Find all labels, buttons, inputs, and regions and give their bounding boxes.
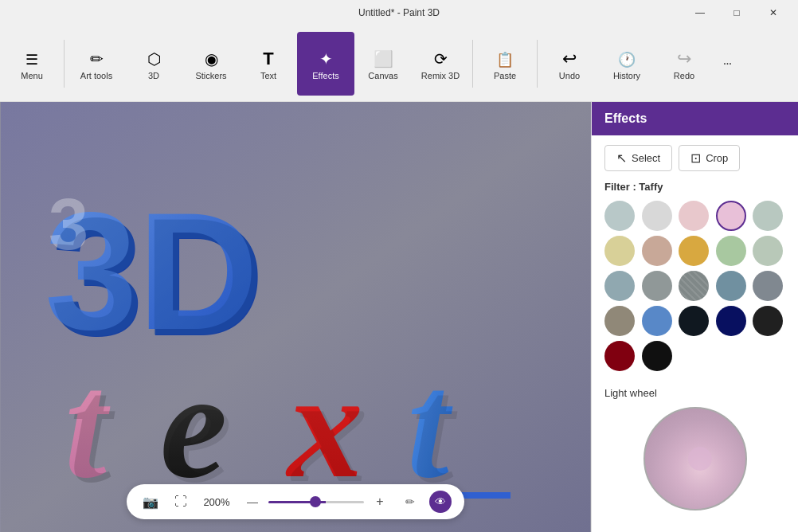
filter-swatch-f2[interactable] xyxy=(642,201,672,231)
sticker-icon xyxy=(205,50,218,68)
filter-swatch-f10[interactable] xyxy=(753,236,783,266)
select-button[interactable]: Select xyxy=(604,145,672,171)
toolbar-stickers[interactable]: Stickers xyxy=(182,32,240,96)
paste-icon xyxy=(496,50,514,68)
filter-swatch-f5[interactable] xyxy=(753,201,783,231)
filter-prefix: Filter : xyxy=(604,181,639,193)
filter-swatch-f6[interactable] xyxy=(604,236,635,266)
camera-button[interactable] xyxy=(139,491,162,513)
menu-icon xyxy=(25,50,38,68)
filter-swatch-f4[interactable] xyxy=(716,201,746,231)
filter-grid xyxy=(604,201,785,371)
text-label: Text xyxy=(260,71,276,80)
light-wheel[interactable] xyxy=(643,407,747,510)
stickers-label: Stickers xyxy=(195,71,226,80)
filter-swatch-f3[interactable] xyxy=(679,201,709,231)
crop-icon xyxy=(690,151,701,166)
zoom-in-button[interactable] xyxy=(369,491,391,513)
toolbar-more-button[interactable] xyxy=(713,49,741,78)
3d-label: 3D xyxy=(148,71,159,80)
filter-swatch-f11[interactable] xyxy=(604,271,635,301)
select-icon xyxy=(616,151,627,166)
pen-icon xyxy=(405,495,415,509)
canvas-icon xyxy=(374,50,393,68)
toolbar-canvas[interactable]: Canvas xyxy=(354,32,412,96)
filter-swatch-f16[interactable] xyxy=(604,306,635,336)
toolbar-menu[interactable]: Menu xyxy=(3,32,61,96)
zoom-out-button[interactable] xyxy=(241,491,264,513)
filter-swatch-f22[interactable] xyxy=(642,341,672,371)
crop-button[interactable]: Crop xyxy=(679,145,740,171)
toolbar-paste[interactable]: Paste xyxy=(476,32,534,96)
toolbar-redo[interactable]: Redo xyxy=(655,32,713,96)
window-title: Untitled* - Paint 3D xyxy=(358,7,440,18)
close-button[interactable]: ✕ xyxy=(755,0,792,25)
panel-header: Effects xyxy=(592,102,798,135)
history-label: History xyxy=(613,71,640,80)
brush-icon xyxy=(90,50,104,68)
canvas-svg: 3D 3D 3 t e x t t e x t xyxy=(0,102,591,532)
paste-label: Paste xyxy=(494,71,516,80)
redo-label: Redo xyxy=(674,71,694,80)
filter-swatch-f9[interactable] xyxy=(716,236,746,266)
expand-icon xyxy=(174,495,187,509)
select-label: Select xyxy=(632,152,660,164)
toolbar-remix-3d[interactable]: Remix 3D xyxy=(412,32,469,96)
minimize-button[interactable]: — xyxy=(682,0,718,25)
eye-button[interactable] xyxy=(429,491,452,513)
zoom-slider[interactable] xyxy=(268,501,364,503)
filter-swatch-f13[interactable] xyxy=(679,271,709,301)
light-wheel-label: Light wheel xyxy=(604,387,785,399)
undo-icon xyxy=(562,50,577,68)
filter-swatch-f21[interactable] xyxy=(604,341,635,371)
expand-button[interactable] xyxy=(170,491,192,513)
toolbar-text[interactable]: Text xyxy=(240,32,297,96)
remix-icon xyxy=(434,50,448,68)
toolbar: Menu Art tools 3D Stickers Text Effects … xyxy=(0,25,798,102)
camera-icon xyxy=(143,495,158,510)
toolbar-separator-3 xyxy=(537,40,538,88)
pen-button[interactable] xyxy=(399,491,421,513)
canvas-area[interactable]: 3D 3D 3 t e x t t e x t xyxy=(0,102,591,532)
svg-text:3: 3 xyxy=(49,185,88,264)
toolbar-separator-2 xyxy=(472,40,473,88)
toolbar-undo[interactable]: Undo xyxy=(541,32,598,96)
effects-icon xyxy=(319,50,333,68)
light-wheel-section: Light wheel xyxy=(592,381,798,517)
menu-label: Menu xyxy=(21,71,43,80)
filter-swatch-f20[interactable] xyxy=(753,306,783,336)
zoom-level: 200% xyxy=(200,496,233,508)
filter-section: Filter : Taffy xyxy=(592,181,798,381)
more-icon xyxy=(723,55,731,72)
main-area: 3D 3D 3 t e x t t e x t xyxy=(0,102,798,532)
toolbar-effects[interactable]: Effects xyxy=(297,32,354,96)
zoom-slider-container xyxy=(241,491,391,513)
svg-text:t: t xyxy=(69,346,115,514)
maximize-button[interactable]: □ xyxy=(718,0,755,25)
filter-swatch-f19[interactable] xyxy=(716,306,746,336)
redo-icon xyxy=(677,50,691,68)
filter-swatch-f18[interactable] xyxy=(679,306,709,336)
filter-swatch-f14[interactable] xyxy=(716,271,746,301)
eye-icon xyxy=(435,495,446,509)
toolbar-3d[interactable]: 3D xyxy=(125,32,182,96)
filter-label: Filter : Taffy xyxy=(604,181,785,193)
filter-swatch-f17[interactable] xyxy=(642,306,672,336)
toolbar-separator-1 xyxy=(64,40,65,88)
filter-swatch-f8[interactable] xyxy=(679,236,709,266)
light-wheel-container xyxy=(604,407,785,510)
filter-swatch-f15[interactable] xyxy=(753,271,783,301)
filter-swatch-f1[interactable] xyxy=(604,201,635,231)
titlebar: Untitled* - Paint 3D — □ ✕ xyxy=(0,0,798,25)
undo-label: Undo xyxy=(559,71,580,80)
remix-3d-label: Remix 3D xyxy=(421,71,460,80)
right-panel: Effects Select Crop Filter : Taffy Light… xyxy=(591,102,798,532)
canvas-label: Canvas xyxy=(368,71,397,80)
filter-swatch-f12[interactable] xyxy=(642,271,672,301)
light-wheel-dot xyxy=(688,447,712,471)
filter-swatch-f7[interactable] xyxy=(642,236,672,266)
panel-title: Effects xyxy=(604,111,647,125)
toolbar-art-tools[interactable]: Art tools xyxy=(68,32,125,96)
toolbar-history[interactable]: History xyxy=(598,32,655,96)
3d-icon xyxy=(147,50,161,68)
